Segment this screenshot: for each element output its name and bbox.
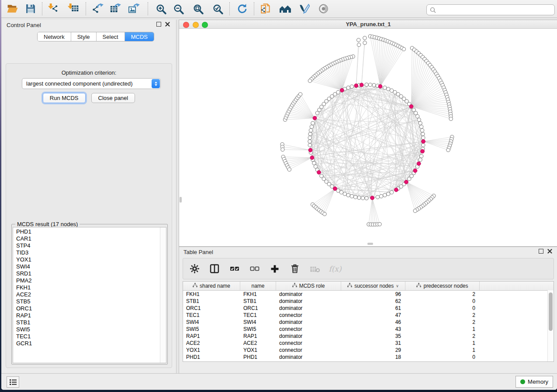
tab-select[interactable]: Select: [96, 32, 125, 41]
tab-mcds[interactable]: MCDS: [125, 32, 154, 41]
search-box[interactable]: [426, 4, 555, 15]
tab-network[interactable]: Network: [38, 32, 71, 41]
refresh-view-icon[interactable]: [235, 2, 249, 16]
table-scrollbar-thumb[interactable]: [549, 292, 553, 331]
mcds-result-item[interactable]: SWI4: [16, 263, 166, 270]
task-history-button[interactable]: [7, 376, 19, 388]
column-header-shared-name[interactable]: shared name: [183, 282, 240, 290]
import-table-icon[interactable]: [66, 2, 80, 16]
table-panel-title: Table Panel: [183, 249, 213, 255]
mcds-result-item[interactable]: TEC1: [16, 333, 166, 340]
list-scrollbar-track[interactable]: [160, 227, 166, 363]
table-row-FKH1[interactable]: FKH1FKH1dominator962: [183, 291, 554, 298]
table-row-ORC1[interactable]: ORC1ORC1dominator610: [183, 305, 554, 312]
zoom-in-icon[interactable]: [154, 2, 168, 16]
table-row-SWI5[interactable]: SWI5SWI5connector431: [183, 326, 554, 333]
column-type-icon: [292, 283, 297, 289]
show-columns-icon[interactable]: [209, 264, 220, 274]
memory-button[interactable]: Memory: [515, 376, 553, 388]
search-input[interactable]: [436, 6, 554, 14]
toolbar-separator: [229, 2, 230, 15]
mcds-result-item[interactable]: SWI5: [16, 326, 166, 333]
import-network-icon[interactable]: [47, 2, 61, 16]
select-all-columns-icon[interactable]: [229, 264, 240, 274]
network-hscroll-thumb[interactable]: [367, 243, 373, 245]
cell: 29: [341, 347, 405, 353]
float-table-panel-icon[interactable]: [539, 249, 543, 254]
cell: 96: [341, 291, 405, 297]
criterion-select[interactable]: largest connected component (undirected): [22, 78, 161, 89]
optimization-criterion-label: Optimization criterion:: [6, 69, 172, 76]
zoom-out-icon[interactable]: [171, 2, 185, 16]
mcds-result-item[interactable]: SRD1: [16, 270, 166, 277]
cell: 62: [341, 298, 405, 304]
table-row-YOX1[interactable]: YOX1YOX1connector291: [183, 347, 554, 354]
save-session-icon[interactable]: [24, 2, 38, 16]
control-panel: Control Panel NetworkStyleSelectMCDS Opt…: [2, 20, 176, 373]
mcds-result-item[interactable]: RAP1: [16, 312, 166, 319]
network-overview-icon[interactable]: [278, 2, 292, 16]
zoom-fit-icon[interactable]: [191, 2, 205, 16]
cell: connector: [276, 326, 341, 332]
close-panel-button[interactable]: Close panel: [91, 93, 135, 103]
cell: RAP1: [240, 333, 276, 339]
cell: STB1: [183, 298, 240, 304]
mcds-result-item[interactable]: ORC1: [16, 305, 166, 312]
tab-style[interactable]: Style: [71, 32, 96, 41]
column-header-successor-nodes[interactable]: successor nodes∨: [341, 282, 405, 290]
create-column-icon[interactable]: [270, 264, 280, 274]
column-header-name[interactable]: name: [240, 282, 276, 290]
cell: 35: [341, 333, 405, 339]
table-mode-gear-icon[interactable]: [189, 264, 200, 274]
table-row-STB1[interactable]: STB1STB1dominator620: [183, 298, 554, 305]
column-header-predecessor-nodes[interactable]: predecessor nodes: [405, 282, 480, 290]
run-mcds-button[interactable]: Run MCDS: [43, 93, 86, 103]
mcds-result-item[interactable]: STB1: [16, 319, 166, 326]
style-brush-icon[interactable]: [297, 2, 311, 16]
mcds-result-item[interactable]: STB5: [16, 298, 166, 305]
mcds-result-item[interactable]: CAR1: [16, 235, 166, 242]
mcds-result-item[interactable]: PMA2: [16, 277, 166, 284]
cell: dominator: [276, 354, 341, 360]
cell: TEC1: [183, 312, 240, 318]
table-row-RAP1[interactable]: RAP1RAP1dominator352: [183, 333, 554, 340]
table-row-ACE2[interactable]: ACE2ACE2connector311: [183, 340, 554, 347]
export-network-icon[interactable]: [91, 2, 105, 16]
export-table-icon[interactable]: [109, 2, 123, 16]
column-header-MCDS-role[interactable]: MCDS role: [276, 282, 341, 290]
mcds-result-item[interactable]: STP4: [16, 242, 166, 249]
open-session-icon[interactable]: [5, 2, 19, 16]
table-toolbar: f(x): [183, 258, 554, 279]
export-image-icon[interactable]: [128, 2, 142, 16]
cell: dominator: [276, 333, 341, 339]
table-row-SWI4[interactable]: SWI4SWI4dominator462: [183, 319, 554, 326]
mcds-result-item[interactable]: TID3: [16, 249, 166, 256]
mcds-result-item[interactable]: FKH1: [16, 284, 166, 291]
float-panel-icon[interactable]: [156, 22, 161, 27]
close-table-panel-icon[interactable]: [547, 249, 552, 254]
share-document-icon[interactable]: [259, 2, 273, 16]
network-window-titlebar[interactable]: YPA_prune.txt_1: [179, 20, 557, 29]
mcds-result-item[interactable]: ACE2: [16, 291, 166, 298]
cell: FKH1: [183, 291, 240, 297]
zoom-selected-icon[interactable]: [211, 2, 225, 16]
table-row-TEC1[interactable]: TEC1TEC1connector472: [183, 312, 554, 319]
node-table[interactable]: shared namenameMCDS rolesuccessor nodes∨…: [183, 281, 554, 362]
cell: 61: [341, 305, 405, 311]
cell: connector: [276, 312, 341, 318]
table-scrollbar-track[interactable]: [547, 290, 554, 361]
eye-icon[interactable]: [316, 2, 330, 16]
mcds-result-item[interactable]: GCR1: [16, 340, 166, 347]
mcds-result-item[interactable]: PHD1: [16, 228, 166, 235]
network-canvas[interactable]: [179, 29, 557, 246]
delete-columns-icon[interactable]: [290, 264, 300, 274]
network-graph[interactable]: [179, 29, 557, 246]
cell: ORC1: [183, 305, 240, 311]
network-vscroll-thumb[interactable]: [180, 197, 182, 203]
cell: 2: [405, 319, 480, 325]
deselect-all-columns-icon[interactable]: [249, 264, 260, 274]
mcds-result-list[interactable]: PHD1CAR1STP4TID3YOX1SWI4SRD1PMA2FKH1ACE2…: [13, 227, 166, 363]
table-row-PHD1[interactable]: PHD1PHD1dominator180: [183, 354, 554, 361]
mcds-result-item[interactable]: YOX1: [16, 256, 166, 263]
close-panel-icon[interactable]: [165, 22, 170, 27]
